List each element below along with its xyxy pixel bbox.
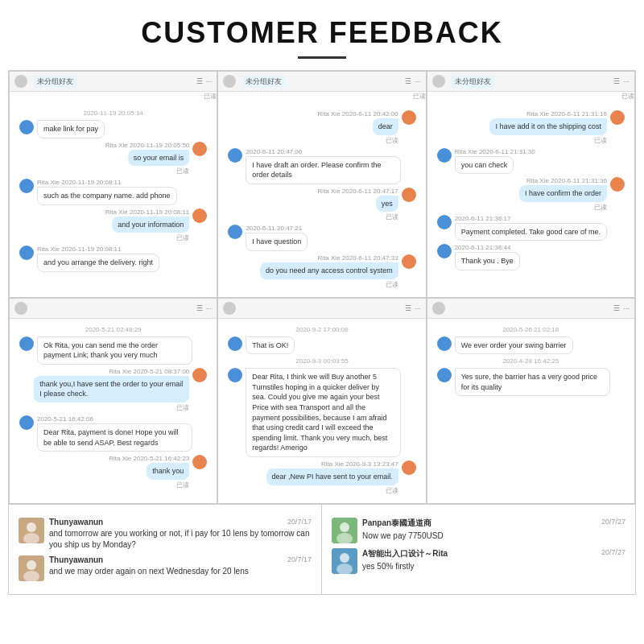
msg-row: 2020-6-11 21:36:44 Thank you . Bye [434, 244, 628, 270]
sender-name: Panpan泰國通道商 [362, 518, 431, 529]
avatar [19, 415, 34, 430]
chat-grid: 未分组好友 ☰ ··· 已读 2020-11-19 20:05:14 make … [8, 70, 636, 505]
avatar [402, 110, 416, 125]
page-title: CUSTOMER FEEDBACK [8, 16, 636, 50]
avatar [610, 177, 625, 192]
bottom-section: Thunyawanun 20/7/17 and tomorrow are you… [8, 505, 636, 595]
message-bubble: dear ,New PI have sent to your email. [266, 469, 398, 485]
avatar [192, 368, 207, 382]
message-bubble: I have draft an order. Please confirm th… [246, 156, 401, 184]
chat2-avatar [223, 75, 236, 88]
msg-row: 2020-5-21 16:42:06 Dear Rita, payment is… [16, 415, 210, 452]
chat-cell-4: ☰ ··· 2020-5-21 02:48:29 Ok Rita, you ca… [9, 298, 217, 504]
msg-date: 20/7/17 [287, 518, 312, 526]
avatar [192, 142, 207, 156]
message-bubble: dear [373, 118, 398, 135]
header-divider [298, 56, 346, 59]
bottom-chat-right: Panpan泰國通道商 20/7/27 Now we pay 7750USD [322, 505, 635, 594]
avatar [19, 120, 34, 134]
chat-cell-1: 未分组好友 ☰ ··· 已读 2020-11-19 20:05:14 make … [9, 71, 217, 298]
svg-point-10 [340, 553, 349, 563]
msg-row: Rita Xie 2020-9-3 13:23:47 dear ,New PI … [225, 460, 419, 495]
chat-header-2: 未分组好友 ☰ ··· [218, 72, 425, 92]
chat-cell-5: ☰ ··· 2020-9-2 17:00:08 That is OK! 2020… [217, 298, 426, 504]
message-bubble: make link for pay [37, 120, 105, 138]
svg-point-7 [340, 522, 349, 532]
msg-row: Rita Xie 2020-5-21 16:42:23 thank you 已读 [16, 455, 210, 489]
avatar [437, 336, 452, 351]
chat-header-6: ☰ ··· [427, 299, 634, 319]
message-bubble: I have question [246, 233, 308, 251]
msg-row: Rita Xie 2020-11-19 20:08:11 and you arr… [16, 246, 210, 272]
msg-row: 2020-6-11 20:47:21 I have question [225, 225, 419, 251]
chat1-label: 未分组好友 [34, 76, 76, 88]
message-bubble: Ok Rita, you can send me the order payme… [37, 336, 192, 365]
message-bubble: Thank you . Bye [455, 252, 520, 270]
svg-point-4 [27, 560, 36, 570]
chat-header-1: 未分组好友 ☰ ··· [10, 72, 217, 92]
avatar [228, 225, 242, 239]
msg-row: Rita Xie 2020-5-21 08:37:00 thank you,I … [16, 368, 210, 412]
avatar [610, 110, 625, 125]
msg-row: Rita Xie 2020-11-19 20:08:11 such as the… [16, 179, 210, 205]
bottom-msg-row: Thunyawanun 20/7/17 and we may order aga… [19, 555, 312, 581]
avatar [19, 179, 34, 193]
message-bubble: I have confirm the order [519, 185, 607, 202]
avatar [19, 336, 34, 351]
chat6-avatar [432, 302, 445, 315]
message-text: and we may order again on next Wednesday… [49, 566, 312, 577]
sender-name: Thunyawanun [49, 518, 103, 526]
chat-cell-2: 未分组好友 ☰ ··· 已读 Rita Xie 2020-6-11 20:42:… [217, 71, 426, 298]
page-wrapper: CUSTOMER FEEDBACK 未分组好友 ☰ ··· 已读 [0, 0, 644, 603]
message-bubble: Dear Rita, payment is done! Hope you wil… [37, 423, 192, 452]
chat3-label: 未分组好友 [452, 76, 494, 88]
bottom-avatar-3 [332, 518, 357, 543]
bottom-chat-left: Thunyawanun 20/7/17 and tomorrow are you… [9, 505, 322, 594]
chat-header-5: ☰ ··· [218, 299, 425, 319]
message-bubble: and you arrange the delivery. right [37, 254, 159, 272]
avatar [402, 460, 416, 475]
msg-row: Yes sure, the barrier has a very good pr… [434, 368, 628, 396]
avatar [192, 455, 207, 469]
msg-row: Rita Xie 2020-6-11 20:47:17 yes 已读 [225, 188, 419, 222]
chat-header-3: 未分组好友 ☰ ··· [427, 72, 634, 92]
message-text: yes 50% firstly [362, 561, 625, 572]
message-bubble: thank you,I have sent the order to your … [34, 376, 189, 402]
avatar [402, 254, 416, 269]
msg-row: We ever order your swing barrier [434, 336, 628, 355]
chat-cell-3: 未分组好友 ☰ ··· 已读 Rita Xie 2020-6-11 21:31:… [427, 71, 635, 298]
msg-row: Rita Xie 2020-6-11 20:42:00 dear 已读 [225, 110, 419, 145]
avatar [228, 368, 242, 382]
avatar [402, 188, 416, 202]
bottom-avatar-1 [19, 518, 44, 543]
bottom-msg-row: Thunyawanun 20/7/17 and tomorrow are you… [19, 518, 312, 551]
message-bubble: and your information [112, 217, 189, 233]
message-bubble: Dear Rita, I think we will Buy another 5… [246, 368, 401, 457]
msg-row: 2020-6-11 21:36:17 Payment completed. Ta… [434, 215, 628, 242]
avatar [228, 148, 242, 163]
msg-row: Rita Xie 2020-11-19 20:08:11 and your in… [16, 208, 210, 243]
message-bubble: do you need any access control system [260, 262, 398, 279]
message-bubble: That is OK! [246, 336, 295, 355]
msg-row: Rita Xie 2020-6-11 20:47:33 do you need … [225, 254, 419, 289]
message-bubble: yes [376, 196, 398, 213]
chat-cell-6: ☰ ··· 2020-5-26 21:02:18 We ever order y… [427, 298, 635, 504]
message-text: Now we pay 7750USD [362, 530, 625, 542]
avatar [192, 208, 207, 223]
msg-date: 20/7/27 [601, 518, 625, 529]
message-bubble: We ever order your swing barrier [455, 336, 573, 355]
bottom-avatar-4 [332, 548, 357, 574]
message-bubble: I have add it on the shipping cost [489, 118, 607, 135]
msg-row: 2020-6-11 20:47:06 I have draft an order… [225, 148, 419, 184]
msg-date: 20/7/27 [601, 548, 625, 559]
message-bubble: thank you [147, 463, 189, 480]
avatar [437, 244, 452, 258]
bottom-msg-row: A智能出入口设计～Rita 20/7/27 yes 50% firstly [332, 548, 625, 574]
sender-name: A智能出入口设计～Rita [362, 548, 448, 559]
chat4-avatar [14, 302, 27, 315]
chat-header-4: ☰ ··· [10, 299, 217, 319]
msg-row: Rita Xie 2020-6-11 21:31:30 you can chec… [434, 148, 628, 175]
message-bubble: such as the company name. add phone [37, 187, 177, 205]
msg-row: Dear Rita, I think we will Buy another 5… [225, 368, 419, 457]
msg-row: Rita Xie 2020-11-19 20:05:50 so your ema… [16, 142, 210, 176]
